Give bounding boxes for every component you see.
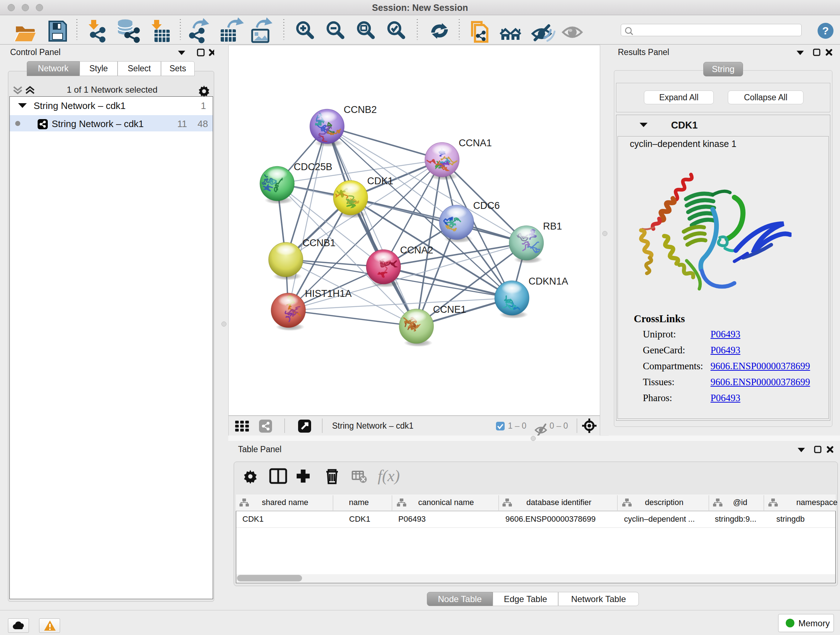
svg-text:HIST1H1A: HIST1H1A: [305, 288, 352, 299]
svg-text:CDKN1A: CDKN1A: [529, 276, 568, 287]
svg-text:CDC6: CDC6: [473, 200, 500, 211]
svg-text:CCNE1: CCNE1: [433, 304, 466, 315]
svg-text:CDK1: CDK1: [367, 176, 393, 187]
svg-text:CCNB1: CCNB1: [302, 238, 336, 249]
svg-text:RB1: RB1: [543, 221, 562, 232]
svg-text:CDC25B: CDC25B: [294, 162, 332, 172]
svg-text:CCNA2: CCNA2: [400, 245, 433, 256]
svg-text:CCNA1: CCNA1: [459, 138, 492, 149]
svg-text:f(x): f(x): [378, 467, 400, 485]
svg-text:CCNB2: CCNB2: [344, 104, 377, 115]
